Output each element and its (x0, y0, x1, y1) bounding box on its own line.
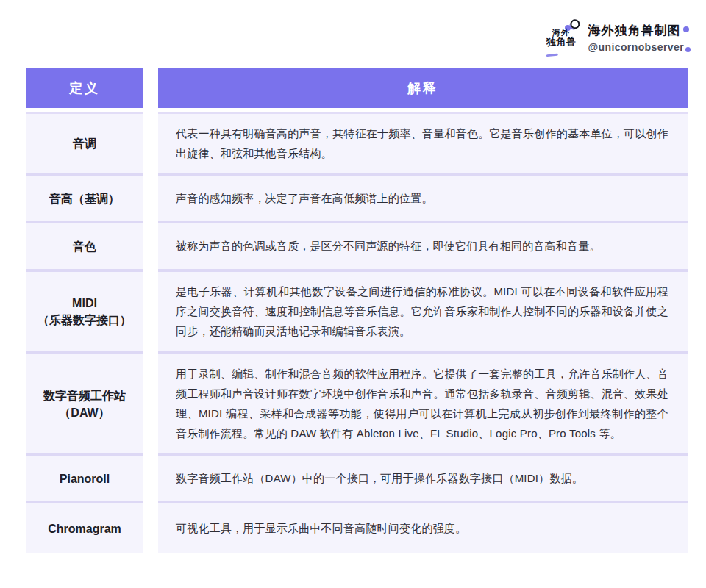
table-row: MIDI （乐器数字接口） 是电子乐器、计算机和其他数字设备之间进行通信的标准协… (26, 269, 688, 351)
definition-cell: 被称为声音的色调或音质，是区分不同声源的特征，即使它们具有相同的音高和音量。 (158, 220, 688, 269)
magnifier-icon (571, 19, 580, 29)
term-label-line2: （乐器数字接口） (38, 312, 132, 329)
definition-text: 可视化工具，用于显示乐曲中不同音高随时间变化的强度。 (176, 519, 466, 539)
table-row: 音调 代表一种具有明确音高的声音，其特征在于频率、音量和音色。它是音乐创作的基本… (26, 112, 688, 173)
table-row: Pianoroll 数字音频工作站（DAW）中的一个接口，可用于操作乐器数字接口… (26, 453, 688, 501)
definition-text: 代表一种具有明确音高的声音，其特征在于频率、音量和音色。它是音乐创作的基本单位，… (176, 124, 668, 163)
term-label: MIDI (72, 295, 97, 312)
term-cell: MIDI （乐器数字接口） (26, 269, 143, 351)
decor-dot (683, 26, 689, 32)
definition-text: 被称为声音的色调或音质，是区分不同声源的特征，即使它们具有相同的音高和音量。 (176, 237, 601, 257)
table-header-row: 定义 解释 (26, 68, 688, 108)
brand-title: 海外独角兽制图 (588, 22, 684, 39)
definition-cell: 声音的感知频率，决定了声音在高低频谱上的位置。 (158, 173, 688, 220)
definition-text: 声音的感知频率，决定了声音在高低频谱上的位置。 (176, 189, 433, 209)
definition-cell: 用于录制、编辑、制作和混合音频的软件应用程序。它提供了一套完整的工具，允许音乐制… (158, 351, 688, 453)
brand-handle: @unicornobserver (588, 41, 684, 53)
term-cell: Chromagram (26, 501, 143, 553)
term-label-line2: （DAW） (59, 404, 110, 421)
definition-text: 是电子乐器、计算机和其他数字设备之间进行通信的标准协议。MIDI 可以在不同设备… (176, 282, 668, 341)
term-label: 数字音频工作站 (43, 387, 126, 404)
logo-underline-mark (546, 54, 558, 57)
infographic-canvas: 海外 独角兽 海外独角兽制图 @unicornobserver 定义 解释 音调… (0, 0, 706, 588)
decor-dot (685, 47, 691, 52)
term-label: Chromagram (48, 520, 121, 537)
logo-text-bottom: 独角兽 (546, 36, 577, 47)
definition-cell: 可视化工具，用于显示乐曲中不同音高随时间变化的强度。 (158, 501, 688, 553)
term-cell: 音高（基调） (26, 173, 143, 220)
table-row: 音色 被称为声音的色调或音质，是区分不同声源的特征，即使它们具有相同的音高和音量… (26, 220, 688, 269)
definition-cell: 是电子乐器、计算机和其他数字设备之间进行通信的标准协议。MIDI 可以在不同设备… (158, 269, 688, 351)
term-label: 音色 (73, 238, 96, 255)
header-term: 定义 (26, 68, 143, 108)
term-label: 音调 (73, 135, 96, 152)
definition-text: 用于录制、编辑、制作和混合音频的软件应用程序。它提供了一套完整的工具，允许音乐制… (176, 365, 668, 443)
definition-cell: 数字音频工作站（DAW）中的一个接口，可用于操作乐器数字接口（MIDI）数据。 (158, 453, 688, 501)
term-label: 音高（基调） (49, 190, 120, 207)
term-cell: Pianoroll (26, 453, 143, 501)
header-explanation: 解释 (158, 68, 688, 108)
table-row: Chromagram 可视化工具，用于显示乐曲中不同音高随时间变化的强度。 (26, 501, 688, 553)
term-cell: 数字音频工作站 （DAW） (26, 351, 143, 453)
term-cell: 音色 (26, 220, 143, 269)
term-label: Pianoroll (60, 470, 110, 487)
unicorn-stamp-logo-icon: 海外 独角兽 (543, 21, 580, 54)
branding-text: 海外独角兽制图 @unicornobserver (588, 22, 684, 53)
table-row: 音高（基调） 声音的感知频率，决定了声音在高低频谱上的位置。 (26, 173, 688, 220)
definition-text: 数字音频工作站（DAW）中的一个接口，可用于操作乐器数字接口（MIDI）数据。 (176, 469, 583, 489)
definition-cell: 代表一种具有明确音高的声音，其特征在于频率、音量和音色。它是音乐创作的基本单位，… (158, 112, 688, 173)
table-row: 数字音频工作站 （DAW） 用于录制、编辑、制作和混合音频的软件应用程序。它提供… (26, 351, 688, 453)
branding-block: 海外 独角兽 海外独角兽制图 @unicornobserver (543, 22, 684, 53)
term-cell: 音调 (26, 112, 143, 173)
definitions-table: 定义 解释 音调 代表一种具有明确音高的声音，其特征在于频率、音量和音色。它是音… (26, 68, 688, 553)
